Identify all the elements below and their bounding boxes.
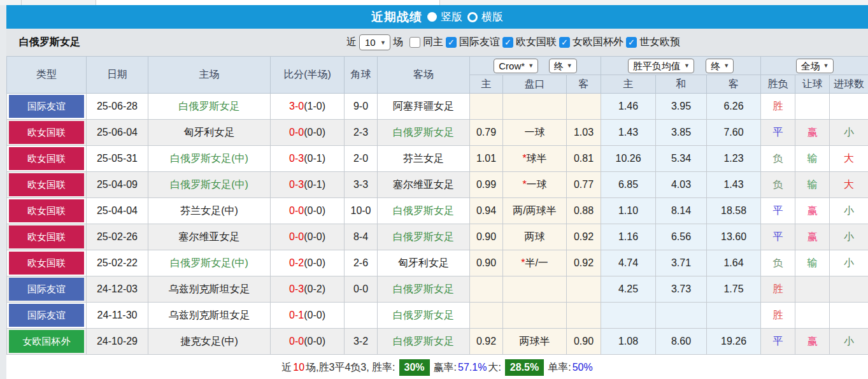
- away-team: 白俄罗斯女足: [378, 198, 470, 224]
- home-team: 塞尔维亚女足: [148, 224, 271, 250]
- corner-score: 0-0: [345, 276, 378, 303]
- match-score: 0-1(0-0): [271, 303, 345, 329]
- result-handicap: [795, 303, 830, 329]
- fulltime-score: 0-3: [289, 283, 304, 294]
- radio-unselected-icon[interactable]: [467, 12, 478, 22]
- result-goals: 小: [830, 198, 868, 224]
- ah-home-odds: [470, 94, 503, 120]
- same-home-label: 同主: [423, 36, 443, 49]
- result-outcome: 平: [761, 198, 795, 224]
- subcol-ah-line: 盘口: [503, 75, 567, 94]
- subcol-ah-home: 主: [470, 75, 503, 94]
- matches-count-select[interactable]: 10: [359, 34, 390, 50]
- result-handicap: [795, 94, 830, 120]
- avg-home-odds: 4.74: [601, 250, 656, 276]
- halftime-score: (1-0): [304, 101, 325, 111]
- halftime-score: (0-0): [304, 336, 325, 347]
- radio-horizontal-label[interactable]: 横版: [481, 10, 503, 24]
- bookmaker-stage-select-wrap: 终: [549, 59, 577, 73]
- match-type-badge: 国际友谊: [9, 278, 84, 301]
- ah-line: [503, 276, 567, 303]
- match-score: 0-0(0-0): [271, 224, 345, 250]
- home-team: 乌兹别克斯坦女足: [148, 276, 271, 303]
- result-handicap: [795, 276, 830, 303]
- corner-score: [345, 303, 378, 329]
- fulltime-score: 0-0: [289, 336, 304, 347]
- fulltime-score: 0-3: [289, 179, 304, 190]
- result-handicap: 赢: [795, 329, 830, 355]
- match-type-cell: 国际友谊: [7, 94, 87, 120]
- avg-home-odds: [601, 303, 656, 329]
- match-score: 3-0(1-0): [271, 94, 345, 120]
- ah-away-odds: 0.92: [567, 224, 601, 250]
- summary-segment: 28.5%: [505, 359, 544, 376]
- league-checkbox-wc-euro-qual[interactable]: [626, 37, 637, 48]
- corner-score: 9-0: [345, 94, 378, 120]
- subcol-avg-away: 客: [707, 75, 761, 94]
- home-team: 白俄罗斯女足: [148, 94, 271, 120]
- result-handicap: 输: [795, 146, 830, 172]
- match-type-cell: 欧女国联: [7, 250, 87, 276]
- bookmaker-select[interactable]: Crow*: [494, 59, 538, 73]
- avg-draw-odds: 8.14: [656, 198, 707, 224]
- odds-stage-select[interactable]: 终: [706, 59, 734, 73]
- filter-bar: 白俄罗斯女足 近 10 场 同主 国际友谊 欧女国联 女欧国杯外 世女欧预: [6, 29, 868, 56]
- table-body: 国际友谊 25-06-28 白俄罗斯女足 3-0(1-0) 9-0 阿塞拜疆女足…: [7, 94, 868, 355]
- match-type-badge: 欧女国联: [9, 121, 84, 144]
- scope-group-header: 全场: [761, 57, 868, 75]
- away-team: 白俄罗斯女足: [378, 329, 470, 355]
- home-team: 白俄罗斯女足(中): [148, 172, 271, 198]
- away-team: 白俄罗斯女足: [378, 303, 470, 329]
- result-handicap: 赢: [795, 120, 830, 146]
- scope-select[interactable]: 全场: [796, 59, 834, 73]
- summary-segment: 10: [293, 362, 304, 373]
- match-type-cell: 国际友谊: [7, 276, 87, 303]
- match-score: 0-0(0-0): [271, 198, 345, 224]
- avg-draw-odds: [656, 303, 707, 329]
- league-label-eurocup-qual: 女欧国杯外: [573, 36, 623, 49]
- halftime-score: (0-2): [304, 283, 325, 294]
- home-team: 捷克女足(中): [148, 329, 271, 355]
- ah-home-odds: 0.99: [470, 172, 503, 198]
- away-team: 白俄罗斯女足: [378, 276, 470, 303]
- avg-home-odds: 1.43: [601, 120, 656, 146]
- league-checkbox-friendly[interactable]: [446, 37, 457, 48]
- home-team: 乌兹别克斯坦女足: [148, 303, 271, 329]
- bookmaker-stage-select[interactable]: 终: [549, 59, 577, 73]
- table-row: 欧女国联 25-02-22 白俄罗斯女足(中) 0-2(0-0) 2-6 匈牙利…: [7, 250, 868, 276]
- halftime-score: (0-1): [304, 179, 325, 190]
- layout-radio-horizontal[interactable]: 横版: [467, 10, 503, 24]
- radio-selected-icon[interactable]: [427, 12, 437, 22]
- avg-away-odds: 6.26: [707, 94, 761, 120]
- summary-segment: 50%: [573, 362, 593, 373]
- ah-home-odds: [470, 303, 503, 329]
- avg-away-odds: [707, 303, 761, 329]
- table-row: 欧女国联 25-02-26 塞尔维亚女足 0-0(0-0) 8-4 白俄罗斯女足…: [7, 224, 868, 250]
- avg-home-odds: 1.10: [601, 198, 656, 224]
- corner-score: 2-6: [345, 250, 378, 276]
- league-checkbox-nations[interactable]: [502, 37, 513, 48]
- match-date: 24-10-29: [87, 329, 148, 355]
- subcol-goals-result: 进球数: [830, 75, 868, 94]
- layout-radio-vertical[interactable]: 竖版: [427, 10, 462, 24]
- halftime-score: (0-0): [304, 205, 325, 216]
- fulltime-score: 0-0: [289, 127, 304, 138]
- match-type-cell: 欧女国联: [7, 224, 87, 250]
- col-header-away: 客场: [378, 57, 470, 94]
- same-home-checkbox[interactable]: [409, 37, 420, 48]
- avg-away-odds: 13.60: [707, 224, 761, 250]
- result-outcome: 胜: [761, 276, 795, 303]
- odds-type-select[interactable]: 胜平负均值: [628, 59, 694, 73]
- avg-away-odds: 18.58: [707, 198, 761, 224]
- halftime-score: (0-0): [304, 127, 325, 138]
- avg-away-odds: 19.26: [707, 329, 761, 355]
- radio-vertical-label[interactable]: 竖版: [441, 10, 462, 24]
- away-team: 白俄罗斯女足: [378, 120, 470, 146]
- fulltime-score: 0-0: [289, 231, 304, 242]
- ah-line: 两球: [503, 224, 567, 250]
- league-checkbox-eurocup-qual[interactable]: [559, 37, 570, 48]
- result-outcome: 平: [761, 120, 795, 146]
- avg-home-odds: 1.46: [601, 94, 656, 120]
- avg-draw-odds: 5.34: [656, 146, 707, 172]
- table-header: 类型 日期 主场 比分(半场) 角球 客场 Crow* 终 胜平负均值 终: [7, 57, 868, 94]
